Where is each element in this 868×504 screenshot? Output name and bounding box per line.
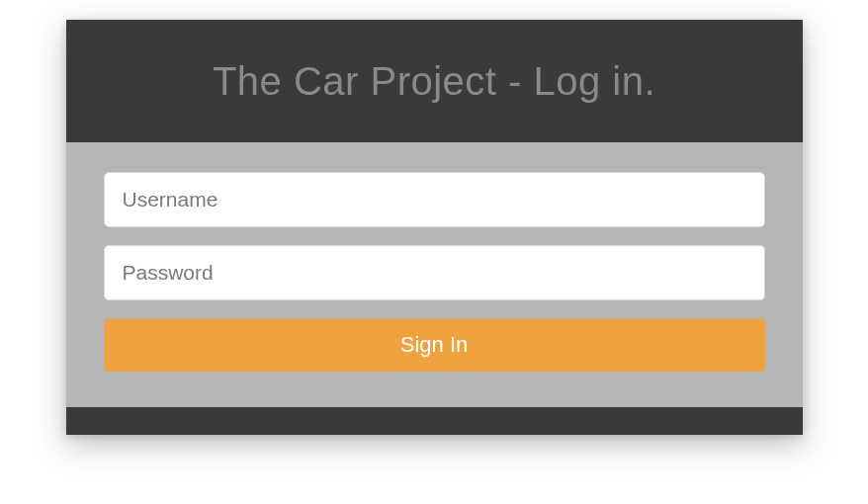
signin-button[interactable]: Sign In	[104, 318, 765, 372]
card-header: The Car Project - Log in.	[66, 20, 803, 142]
card-footer	[66, 407, 803, 435]
card-body: Sign In	[66, 142, 803, 395]
login-card: The Car Project - Log in. Sign In	[66, 20, 803, 435]
password-input[interactable]	[104, 245, 765, 300]
username-input[interactable]	[104, 172, 765, 227]
page-title: The Car Project - Log in.	[213, 59, 655, 104]
